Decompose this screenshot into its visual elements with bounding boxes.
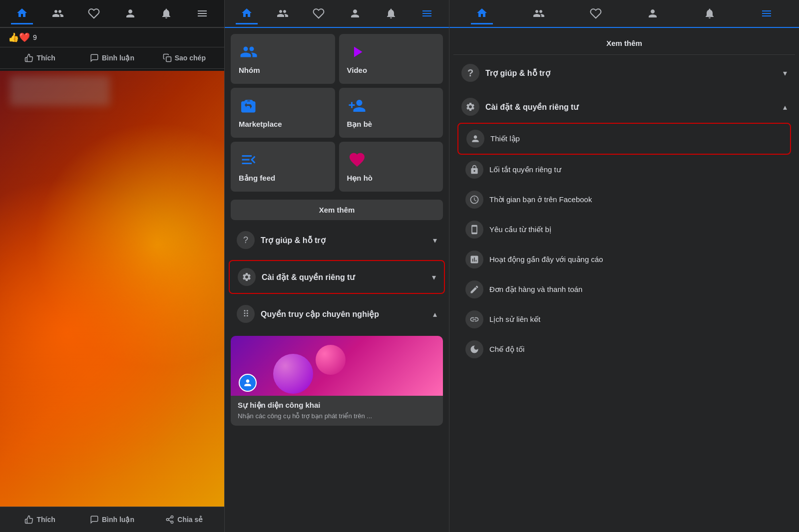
help-icon: ? xyxy=(237,231,255,249)
sub-item-lich-su[interactable]: Lịch sử liên kết xyxy=(457,304,791,334)
loi-tat-label: Lối tắt quyền riêng tư xyxy=(489,165,561,174)
right-settings-left: Cài đặt & quyền riêng tư xyxy=(461,98,578,116)
sub-item-loi-tat[interactable]: Lối tắt quyền riêng tư xyxy=(457,155,791,185)
nav-home-left[interactable] xyxy=(11,2,33,24)
right-settings-section: Cài đặt & quyền riêng tư ▴ Thiết lập xyxy=(453,91,795,364)
nav-profile-right[interactable] xyxy=(642,2,664,24)
right-settings-label: Cài đặt & quyền riêng tư xyxy=(485,102,578,112)
svg-rect-7 xyxy=(245,109,253,110)
nav-bell-right[interactable] xyxy=(699,2,721,24)
copy-button[interactable]: Sao chép xyxy=(148,49,220,66)
right-help-left: ? Trợ giúp & hỗ trợ xyxy=(461,64,550,82)
dating-label: Hẹn hò xyxy=(347,174,373,183)
nav-friends-middle[interactable] xyxy=(272,2,294,24)
nav-home-middle[interactable] xyxy=(236,2,258,24)
menu-item-groups[interactable]: Nhóm xyxy=(231,34,335,84)
che-do-icon xyxy=(465,340,483,358)
pro-access-left: ⠿ Quyền truy cập chuyên nghiệp xyxy=(237,305,379,323)
right-help-header[interactable]: ? Trợ giúp & hỗ trợ ▾ xyxy=(453,57,795,89)
nav-bell-left[interactable] xyxy=(155,2,177,24)
nav-menu-right[interactable] xyxy=(756,2,778,24)
pro-card-image xyxy=(231,336,443,396)
menu-item-feed[interactable]: Bảng feed xyxy=(231,142,335,192)
nav-friends-right[interactable] xyxy=(528,2,550,24)
like-button-bottom[interactable]: Thích xyxy=(4,511,76,528)
lich-su-label: Lịch sử liên kết xyxy=(489,315,540,324)
video-icon xyxy=(347,42,367,62)
menu-item-dating[interactable]: Hẹn hò xyxy=(339,142,443,192)
middle-nav-bar xyxy=(225,0,449,28)
pro-avatar xyxy=(239,374,257,392)
pro-card-body: Sự hiện diện công khai Nhận các công cụ … xyxy=(231,396,443,426)
feed-image xyxy=(0,71,224,507)
reaction-icons: 👍 ❤️ xyxy=(8,32,30,43)
don-dat-label: Đơn đặt hàng và thanh toán xyxy=(489,285,582,294)
menu-item-friends[interactable]: Bạn bè xyxy=(339,88,443,138)
sub-item-hoat-dong[interactable]: Hoạt động gần đây với quảng cáo xyxy=(457,245,791,274)
help-label: Trợ giúp & hỗ trợ xyxy=(261,236,326,245)
share-button[interactable]: Chia sẻ xyxy=(148,511,220,528)
right-settings-chevron: ▴ xyxy=(783,102,787,112)
feed-label: Bảng feed xyxy=(239,174,275,183)
nav-profile-middle[interactable] xyxy=(344,2,366,24)
panel-middle: Nhóm Video Marketplace Bạn bè Bảng feed xyxy=(225,0,449,532)
help-section-header[interactable]: ? Trợ giúp & hỗ trợ ▾ xyxy=(229,224,445,256)
right-sub-items: Thiết lập Lối tắt quyền riêng tư Thời gi… xyxy=(453,123,795,364)
sub-item-don-dat[interactable]: Đơn đặt hàng và thanh toán xyxy=(457,274,791,304)
pro-access-header[interactable]: ⠿ Quyền truy cập chuyên nghiệp ▴ xyxy=(229,298,445,330)
sub-item-che-do[interactable]: Chế độ tối xyxy=(457,334,791,364)
che-do-label: Chế độ tối xyxy=(489,345,524,354)
pro-card[interactable]: Sự hiện diện công khai Nhận các công cụ … xyxy=(231,336,443,426)
groups-label: Nhóm xyxy=(239,66,260,74)
right-help-icon: ? xyxy=(461,64,479,82)
hoat-dong-icon xyxy=(465,251,483,268)
like-button-top[interactable]: Thích xyxy=(4,49,76,66)
thiet-lap-icon xyxy=(466,130,484,148)
nav-heart-left[interactable] xyxy=(83,2,105,24)
settings-section-left: Cài đặt & quyền riêng tư xyxy=(238,268,355,286)
sub-item-yeu-cau[interactable]: Yêu cầu từ thiết bị xyxy=(457,215,791,245)
nav-menu-middle[interactable] xyxy=(416,2,438,24)
right-settings-header[interactable]: Cài đặt & quyền riêng tư ▴ xyxy=(453,91,795,123)
comment-button-top[interactable]: Bình luận xyxy=(76,49,148,66)
help-section-left: ? Trợ giúp & hỗ trợ xyxy=(237,231,326,249)
share-label: Chia sẻ xyxy=(177,516,203,524)
svg-point-4 xyxy=(171,521,174,524)
menu-item-video[interactable]: Video xyxy=(339,34,443,84)
friends-label: Bạn bè xyxy=(347,120,373,129)
svg-line-6 xyxy=(169,518,171,519)
menu-grid: Nhóm Video Marketplace Bạn bè Bảng feed xyxy=(225,28,449,198)
nav-friends-left[interactable] xyxy=(47,2,69,24)
nav-heart-right[interactable] xyxy=(585,2,607,24)
thoi-gian-label: Thời gian bạn ở trên Facebook xyxy=(489,195,592,204)
reaction-bar: 👍 ❤️ 9 xyxy=(0,28,224,47)
comment-button-bottom[interactable]: Bình luận xyxy=(76,511,148,528)
bottom-action-bar: Thích Bình luận Chia sẻ xyxy=(0,507,224,532)
copy-label: Sao chép xyxy=(175,54,206,62)
sub-item-thiet-lap[interactable]: Thiết lập xyxy=(457,123,791,155)
help-chevron: ▾ xyxy=(433,236,437,245)
nav-profile-left[interactable] xyxy=(119,2,141,24)
right-help-label: Trợ giúp & hỗ trợ xyxy=(485,68,550,78)
nav-bell-middle[interactable] xyxy=(380,2,402,24)
marketplace-label: Marketplace xyxy=(239,120,282,128)
settings-label: Cài đặt & quyền riêng tư xyxy=(262,272,355,282)
right-nav-bar xyxy=(449,0,799,28)
right-help-section: ? Trợ giúp & hỗ trợ ▾ xyxy=(453,57,795,89)
groups-icon xyxy=(239,42,259,62)
settings-section-highlighted: Cài đặt & quyền riêng tư ▾ xyxy=(229,260,445,294)
settings-section-header[interactable]: Cài đặt & quyền riêng tư ▾ xyxy=(230,261,444,293)
pro-access-chevron: ▴ xyxy=(433,309,437,319)
video-label: Video xyxy=(347,66,368,74)
svg-point-2 xyxy=(171,516,174,519)
sub-item-thoi-gian[interactable]: Thời gian bạn ở trên Facebook xyxy=(457,185,791,215)
menu-item-marketplace[interactable]: Marketplace xyxy=(231,88,335,138)
see-more-right[interactable]: Xem thêm xyxy=(453,32,795,55)
nav-heart-middle[interactable] xyxy=(308,2,330,24)
comment-label-top: Bình luận xyxy=(102,54,134,62)
see-more-middle[interactable]: Xem thêm xyxy=(231,200,443,220)
like-label-bottom: Thích xyxy=(36,516,55,524)
nav-menu-left[interactable] xyxy=(191,2,213,24)
left-nav-bar xyxy=(0,0,224,28)
nav-home-right[interactable] xyxy=(471,2,493,24)
